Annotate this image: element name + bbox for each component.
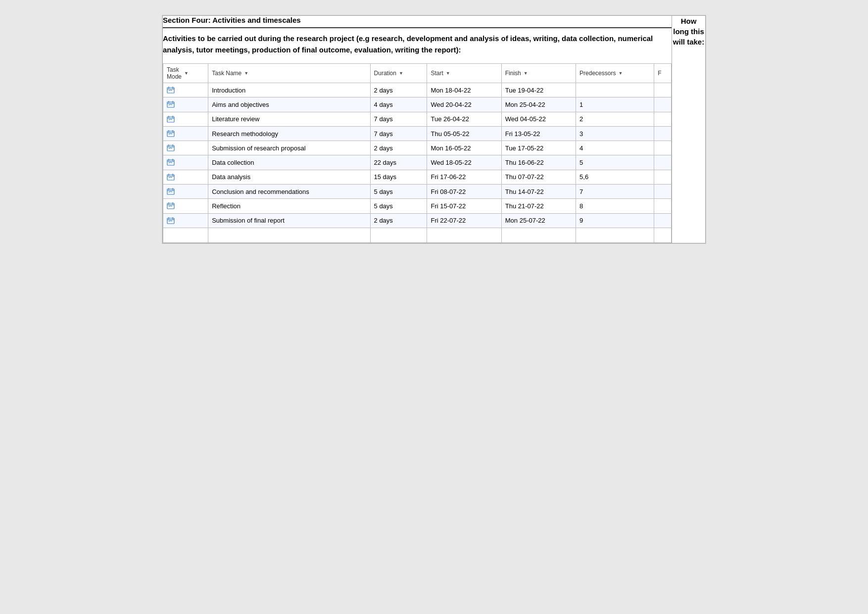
task-mode-icon [167, 202, 175, 210]
svg-marker-44 [169, 206, 170, 207]
cell-task-name: Research methodology [208, 126, 370, 141]
cell-task-name: Conclusion and recommendations [208, 185, 370, 199]
cell-empty [576, 228, 654, 242]
cell-duration: 7 days [370, 112, 427, 126]
svg-marker-34 [169, 177, 170, 178]
col-duration[interactable]: Duration ▼ [370, 64, 427, 83]
col-task-mode-label: TaskMode [167, 66, 182, 80]
col-finish[interactable]: Finish ▼ [501, 64, 576, 83]
col-predecessors[interactable]: Predecessors ▼ [576, 64, 654, 83]
main-content-cell: Section Four: Activities and timescales … [163, 16, 672, 243]
col-task-name-arrow[interactable]: ▼ [244, 71, 248, 76]
cell-task-name: Submission of research proposal [208, 141, 370, 155]
cell-duration: 5 days [370, 199, 427, 213]
cell-predecessors: 9 [576, 213, 654, 228]
cell-finish: Wed 04-05-22 [501, 112, 576, 126]
cell-task-mode [163, 213, 208, 228]
svg-marker-14 [169, 119, 170, 120]
section-title: Section Four: Activities and timescales [163, 16, 672, 28]
task-mode-icon [167, 115, 175, 123]
cell-start: Fri 08-07-22 [427, 185, 501, 199]
cell-empty [427, 228, 501, 242]
cell-task-name: Data analysis [208, 170, 370, 184]
col-duration-arrow[interactable]: ▼ [399, 71, 403, 76]
col-start[interactable]: Start ▼ [427, 64, 501, 83]
cell-f [654, 185, 672, 199]
sidebar-cell: How long this will take: [672, 16, 706, 243]
cell-task-mode [163, 155, 208, 170]
svg-marker-9 [169, 105, 170, 106]
svg-marker-49 [169, 221, 170, 222]
col-duration-label: Duration [374, 70, 396, 77]
cell-f [654, 141, 672, 155]
cell-finish: Thu 21-07-22 [501, 199, 576, 213]
col-f[interactable]: F [654, 64, 672, 83]
cell-f [654, 170, 672, 184]
cell-start: Mon 18-04-22 [427, 83, 501, 97]
cell-predecessors: 1 [576, 97, 654, 112]
cell-predecessors [576, 83, 654, 97]
task-mode-icon [167, 100, 175, 108]
cell-empty [163, 228, 208, 242]
cell-task-mode [163, 185, 208, 199]
cell-start: Fri 15-07-22 [427, 199, 501, 213]
col-task-name-label: Task Name [212, 70, 241, 77]
cell-duration: 22 days [370, 155, 427, 170]
col-finish-arrow[interactable]: ▼ [524, 71, 528, 76]
col-predecessors-arrow[interactable]: ▼ [618, 71, 623, 76]
cell-empty [208, 228, 370, 242]
cell-task-name: Literature review [208, 112, 370, 126]
cell-predecessors: 4 [576, 141, 654, 155]
cell-start: Tue 26-04-22 [427, 112, 501, 126]
col-task-name[interactable]: Task Name ▼ [208, 64, 370, 83]
cell-predecessors: 7 [576, 185, 654, 199]
table-row: Reflection5 daysFri 15-07-22Thu 21-07-22… [163, 199, 672, 213]
cell-f [654, 199, 672, 213]
cell-task-mode [163, 97, 208, 112]
svg-marker-4 [169, 90, 170, 91]
cell-task-name: Submission of final report [208, 213, 370, 228]
table-row: Aims and objectives4 daysWed 20-04-22Mon… [163, 97, 672, 112]
table-row: Conclusion and recommendations5 daysFri … [163, 185, 672, 199]
svg-marker-19 [169, 134, 170, 135]
cell-start: Fri 17-06-22 [427, 170, 501, 184]
cell-predecessors: 5,6 [576, 170, 654, 184]
cell-finish: Mon 25-04-22 [501, 97, 576, 112]
cell-task-name: Introduction [208, 83, 370, 97]
cell-task-mode [163, 83, 208, 97]
table-row: Data collection22 daysWed 18-05-22Thu 16… [163, 155, 672, 170]
col-finish-label: Finish [505, 70, 521, 77]
description-text: Activities to be carried out during the … [163, 33, 672, 55]
task-mode-icon [167, 130, 175, 138]
cell-task-name: Aims and objectives [208, 97, 370, 112]
page-container: Section Four: Activities and timescales … [162, 15, 706, 244]
cell-task-mode [163, 170, 208, 184]
col-task-mode-arrow[interactable]: ▼ [184, 71, 189, 76]
task-mode-icon [167, 217, 175, 225]
cell-f [654, 112, 672, 126]
cell-finish: Thu 07-07-22 [501, 170, 576, 184]
cell-task-mode [163, 126, 208, 141]
cell-predecessors: 3 [576, 126, 654, 141]
cell-start: Wed 18-05-22 [427, 155, 501, 170]
cell-start: Wed 20-04-22 [427, 97, 501, 112]
col-start-arrow[interactable]: ▼ [446, 71, 450, 76]
cell-f [654, 126, 672, 141]
col-task-mode[interactable]: TaskMode ▼ [163, 64, 208, 83]
cell-task-name: Data collection [208, 155, 370, 170]
col-predecessors-label: Predecessors [579, 70, 616, 77]
task-mode-icon [167, 158, 175, 166]
outer-layout-table: Section Four: Activities and timescales … [162, 15, 706, 243]
cell-empty [654, 228, 672, 242]
cell-start: Thu 05-05-22 [427, 126, 501, 141]
cell-duration: 2 days [370, 141, 427, 155]
svg-marker-24 [169, 148, 170, 149]
cell-duration: 4 days [370, 97, 427, 112]
sidebar-text: How long this will take: [673, 17, 704, 46]
table-row: Submission of research proposal2 daysMon… [163, 141, 672, 155]
cell-f [654, 213, 672, 228]
cell-start: Mon 16-05-22 [427, 141, 501, 155]
table-row: Submission of final report2 daysFri 22-0… [163, 213, 672, 228]
table-row: Introduction2 daysMon 18-04-22Tue 19-04-… [163, 83, 672, 97]
col-start-label: Start [431, 70, 443, 77]
